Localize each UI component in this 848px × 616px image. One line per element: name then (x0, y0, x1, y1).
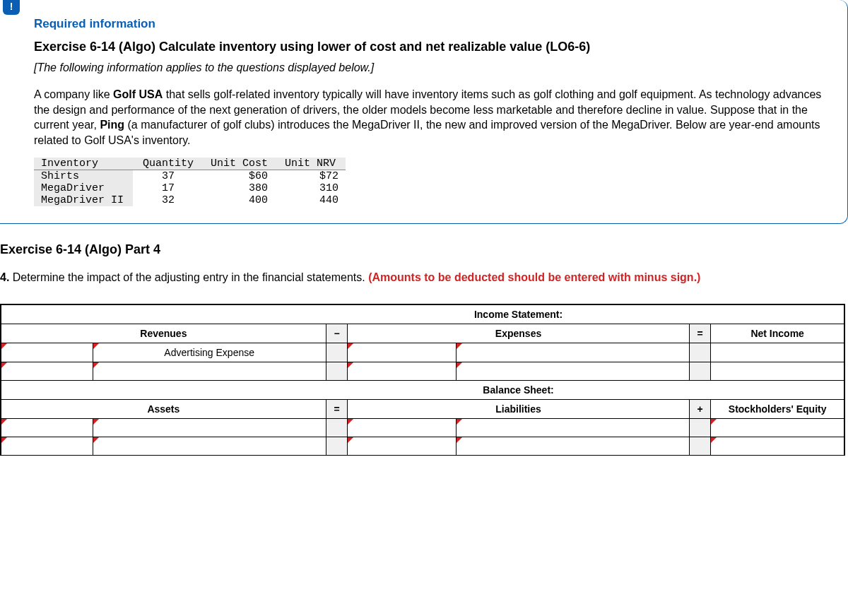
expense-label-input[interactable] (348, 362, 456, 381)
income-statement-header-row: Income Statement: (1, 305, 844, 324)
col-inventory: Inventory (34, 158, 133, 170)
expense-label-input[interactable] (348, 343, 456, 362)
context-note: [The following information applies to th… (34, 61, 822, 74)
net-income-input[interactable] (711, 343, 844, 362)
table-row: MegaDriver II 32 400 440 (34, 194, 346, 206)
income-input-row (1, 362, 844, 381)
answer-grid: Income Statement: Revenues − Expenses = … (0, 304, 845, 456)
revenue-label-input[interactable] (1, 343, 93, 362)
equals-operator: = (689, 324, 711, 343)
exercise-title: Exercise 6-14 (Algo) Calculate inventory… (34, 40, 822, 54)
asset-value-input[interactable] (93, 419, 326, 437)
net-income-header: Net Income (711, 324, 844, 343)
question-text: 4. Determine the impact of the adjusting… (0, 271, 848, 284)
equals-operator: = (326, 400, 348, 419)
asset-label-input[interactable] (1, 437, 93, 456)
info-card: Required information Exercise 6-14 (Algo… (0, 0, 848, 224)
liability-value-input[interactable] (456, 419, 689, 437)
col-quantity: Quantity (133, 158, 204, 170)
income-statement-label: Income Statement: (348, 305, 689, 324)
col-unit-cost: Unit Cost (204, 158, 275, 170)
balance-sheet-label: Balance Sheet: (348, 381, 689, 400)
liability-value-input[interactable] (456, 437, 689, 456)
required-info-label: Required information (34, 17, 822, 31)
liability-label-input[interactable] (348, 437, 456, 456)
balance-columns-row: Assets = Liabilities + Stockholders' Equ… (1, 400, 844, 419)
expenses-header: Expenses (348, 324, 689, 343)
equity-input[interactable] (711, 437, 844, 456)
minus-operator: − (326, 324, 348, 343)
asset-value-input[interactable] (93, 437, 326, 456)
net-income-input[interactable] (711, 362, 844, 381)
revenue-value-select[interactable]: Advertising Expense (93, 343, 326, 362)
inventory-data-table: Inventory Quantity Unit Cost Unit NRV Sh… (34, 158, 346, 206)
expense-value-input[interactable] (456, 362, 689, 381)
asset-label-input[interactable] (1, 419, 93, 437)
revenues-header: Revenues (1, 324, 326, 343)
liability-label-input[interactable] (348, 419, 456, 437)
revenue-value-select[interactable] (93, 362, 326, 381)
liabilities-header: Liabilities (348, 400, 689, 419)
equity-input[interactable] (711, 419, 844, 437)
balance-input-row (1, 419, 844, 437)
income-input-row: Advertising Expense (1, 343, 844, 362)
col-unit-nrv: Unit NRV (275, 158, 346, 170)
problem-body: A company like Golf USA that sells golf-… (34, 87, 822, 148)
assets-header: Assets (1, 400, 326, 419)
expense-value-input[interactable] (456, 343, 689, 362)
plus-operator: + (689, 400, 711, 419)
table-row: Shirts 37 $60 $72 (34, 170, 346, 183)
table-row: MegaDriver 17 380 310 (34, 182, 346, 194)
part-title: Exercise 6-14 (Algo) Part 4 (0, 242, 848, 257)
equity-header: Stockholders' Equity (711, 400, 844, 419)
income-columns-row: Revenues − Expenses = Net Income (1, 324, 844, 343)
balance-input-row (1, 437, 844, 456)
revenue-label-input[interactable] (1, 362, 93, 381)
balance-sheet-header-row: Balance Sheet: (1, 381, 844, 400)
instruction-highlight: (Amounts to be deducted should be entere… (368, 271, 700, 283)
